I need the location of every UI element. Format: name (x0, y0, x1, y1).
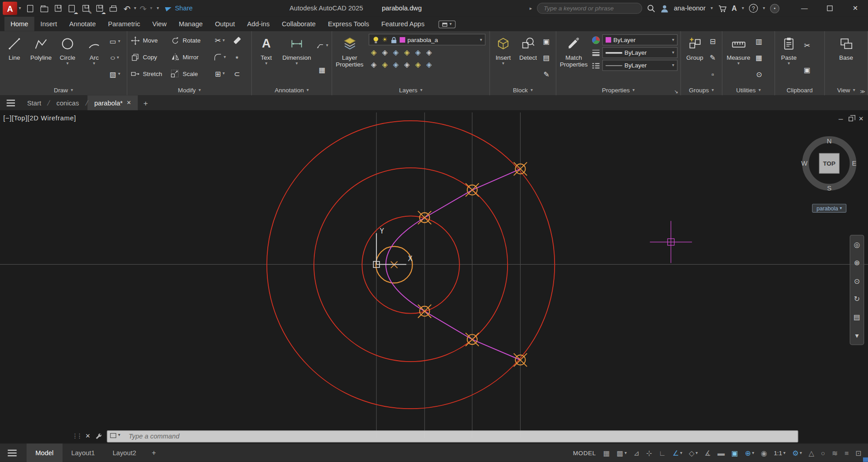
paste-button[interactable]: Paste ▾ (777, 32, 801, 84)
zoom-icon[interactable]: ⊙ (854, 277, 860, 285)
panel-label-modify[interactable]: Modify▾ (127, 85, 251, 95)
object-snap-icon[interactable]: ⊕▾ (745, 449, 754, 457)
panel-label-layers[interactable]: Layers▾ (332, 85, 489, 95)
autodesk-apps-button[interactable]: A (731, 4, 736, 12)
fillet-button[interactable]: ▾ (210, 49, 230, 65)
measure-button[interactable]: Measure ▾ (724, 32, 753, 84)
ribbon-tab-view[interactable]: View (146, 17, 172, 31)
close-button[interactable]: ✕ (843, 0, 868, 17)
layer-dropdown-caret-icon[interactable]: ▾ (480, 38, 482, 42)
clean-screen-icon[interactable]: ⊡ (855, 449, 861, 457)
recent-commands-button[interactable]: ▾ (110, 433, 120, 438)
annotation-monitor-icon[interactable]: △ (809, 449, 814, 457)
layer-walk-icon[interactable]: ◈ (427, 60, 432, 70)
command-customize-wrench-icon[interactable] (95, 432, 103, 440)
dropdown-caret-icon[interactable]: ▾ (783, 451, 786, 455)
workspace-switching-icon[interactable]: ⚙▾ (792, 449, 802, 457)
id-point-button[interactable]: ⊙ (754, 67, 764, 82)
array-button[interactable]: ⊞▾ (210, 66, 230, 81)
rectangle-button[interactable]: ▭▾ (108, 33, 122, 49)
polyline-button[interactable]: Polyline (28, 32, 53, 84)
base-button[interactable]: Base (832, 32, 860, 84)
view-controls-menu[interactable]: [Top] (12, 114, 28, 122)
polar-tracking-icon[interactable]: ∠▾ (673, 449, 683, 457)
group-button[interactable]: Group (683, 32, 707, 84)
ribbon-tab-parametric[interactable]: Parametric (102, 17, 146, 31)
cut-button[interactable]: ✂ (802, 38, 812, 53)
viewcube-ucs-dropdown[interactable]: parabola ▾ (812, 204, 846, 213)
search-expand-icon[interactable]: ▸ (530, 5, 532, 11)
detect-button[interactable]: Detect (516, 32, 541, 84)
ribbon-tab-collaborate[interactable]: Collaborate (275, 17, 322, 31)
lineweight-display-icon[interactable]: ▬ (717, 449, 725, 457)
saveas-button[interactable]: ✎ (79, 2, 93, 15)
maximize-button[interactable] (817, 0, 842, 17)
copy-button[interactable]: Copy (129, 52, 169, 62)
full-navigation-wheel-icon[interactable]: ◎ (854, 241, 860, 248)
navbar-customize-icon[interactable]: ▾ (855, 332, 859, 339)
help-caret-icon[interactable]: ▾ (763, 6, 765, 10)
close-file-tab-icon[interactable]: ✕ (127, 100, 131, 105)
ribbon-tab-add-ins[interactable]: Add-ins (241, 17, 276, 31)
layer-make-current-icon[interactable]: ◈ (371, 48, 376, 57)
layer-freeze-icon[interactable]: ◈ (415, 48, 421, 57)
text-button[interactable]: A Text ▾ (254, 32, 279, 84)
signed-in-user[interactable]: ana-leonor (674, 5, 706, 12)
object-color-dropdown[interactable]: ByLayer▾ (602, 34, 678, 45)
circle-button[interactable]: Circle ▾ (55, 32, 80, 84)
layout-tab-model[interactable]: Model (27, 443, 62, 462)
viewport-close-icon[interactable]: ✕ (859, 115, 863, 123)
viewcube-south[interactable]: S (827, 185, 831, 192)
rotate-button[interactable]: Rotate (169, 36, 210, 45)
visual-style-menu[interactable]: [2D Wireframe] (28, 114, 76, 122)
quick-select-button[interactable]: ▥ (754, 33, 764, 49)
ribbon-display-toggle[interactable]: ▾ (438, 20, 455, 28)
properties-dialog-launcher[interactable]: ↘ (674, 89, 678, 94)
pan-icon[interactable]: ⊕ (854, 259, 860, 266)
panel-label-draw[interactable]: Draw▾ (0, 85, 127, 95)
copy-clip-button[interactable]: ▣ (802, 62, 812, 78)
panel-label-annotation[interactable]: Annotation▾ (252, 85, 332, 95)
help-icon[interactable]: ? (749, 4, 758, 13)
group-selection-toggle[interactable]: ▫ (708, 67, 717, 82)
layer-isolate-icon[interactable]: ◈ (404, 48, 410, 57)
layout-tab-layout2[interactable]: Layout2 (104, 443, 145, 462)
panel-label-view[interactable]: View▾≫ (825, 85, 868, 95)
snap-mode-icon[interactable]: ▩▾ (617, 449, 626, 457)
new-file-button[interactable] (23, 2, 37, 15)
save-button[interactable] (51, 2, 65, 15)
file-tab-Start[interactable]: Start (20, 95, 47, 110)
viewport-minimize-icon[interactable]: ─ (839, 115, 843, 122)
mirror-button[interactable]: Mirror (169, 52, 210, 62)
arc-button[interactable]: Arc ▾ (81, 32, 107, 84)
app-menu-caret-icon[interactable]: ▾ (19, 6, 21, 10)
dimension-button[interactable]: Dimension ▾ (280, 32, 313, 84)
redo-caret-icon[interactable]: ▾ (150, 6, 152, 10)
command-line-close-icon[interactable]: ✕ (85, 433, 90, 440)
showmotion-icon[interactable]: ▤ (854, 314, 860, 321)
new-drawing-tab-button[interactable]: + (143, 98, 148, 107)
explode-button[interactable]: * (230, 49, 244, 65)
annotation-visibility-icon[interactable]: ◉ (761, 449, 767, 457)
resize-grip[interactable] (863, 457, 868, 462)
ribbon-tab-express-tools[interactable]: Express Tools (322, 17, 375, 31)
hatch-button[interactable]: ▨▾ (108, 67, 122, 82)
viewcube-north[interactable]: N (827, 138, 832, 145)
ribbon-tab-home[interactable]: Home (5, 17, 34, 31)
undo-button[interactable]: ↶ (120, 2, 134, 15)
viewcube-east[interactable]: E (852, 160, 857, 167)
quick-calc-button[interactable]: ▦ (754, 50, 764, 66)
panel-label-groups[interactable]: Groups▾ (681, 85, 722, 95)
user-menu-caret-icon[interactable]: ▾ (711, 6, 713, 10)
new-layout-button[interactable]: + (152, 448, 156, 457)
lineweight-dropdown[interactable]: ByLayer▾ (602, 47, 678, 58)
annotation-scale-button[interactable]: 1:1▾ (774, 450, 786, 456)
plot-button[interactable] (106, 2, 120, 15)
block-editor-button[interactable]: ✎ (541, 67, 551, 82)
ribbon-tab-manage[interactable]: Manage (173, 17, 209, 31)
drawing-viewport[interactable]: YX [−] [Top] [2D Wireframe] ─ ✕ N W E S … (0, 110, 868, 443)
layout-tab-layout1[interactable]: Layout1 (62, 443, 104, 462)
save-web-mobile-button[interactable]: ☁ (92, 2, 106, 15)
assistant-icon[interactable]: • (770, 4, 779, 13)
layer-previous-icon[interactable]: ◈ (393, 48, 398, 57)
